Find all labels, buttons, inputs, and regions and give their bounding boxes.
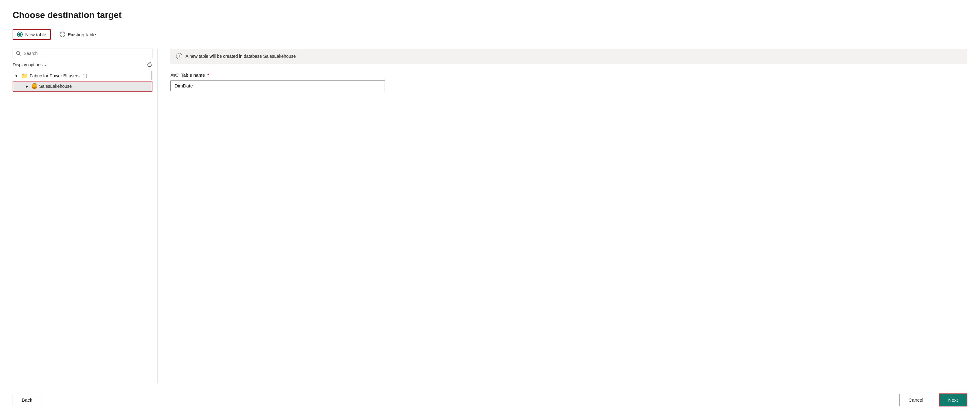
left-panel: Display options ⌄ ▼ 📁 Fabric for Power B… xyxy=(13,49,158,384)
table-name-label-row: AᴪC Table name * xyxy=(170,73,967,78)
workspace-name: Fabric for Power BI users xyxy=(30,73,80,78)
search-icon xyxy=(16,51,21,56)
saleslakehouse-name: SalesLakehouse xyxy=(39,84,72,89)
abc-icon: AᴪC xyxy=(170,73,178,78)
right-panel: i A new table will be created in databas… xyxy=(158,49,967,384)
scrollbar[interactable] xyxy=(151,71,153,80)
cancel-button[interactable]: Cancel xyxy=(899,394,932,406)
info-message: A new table will be created in database … xyxy=(186,54,296,59)
display-options-row: Display options ⌄ xyxy=(13,62,153,67)
svg-point-4 xyxy=(32,87,37,89)
lakehouse-icon xyxy=(32,83,37,90)
existing-table-label: Existing table xyxy=(68,32,96,37)
required-indicator: * xyxy=(207,73,209,78)
saleslakehouse-item[interactable]: ▶ SalesLakehouse xyxy=(13,81,153,91)
table-name-label: Table name xyxy=(181,73,205,78)
info-icon: i xyxy=(176,53,182,59)
display-options-label: Display options xyxy=(13,62,43,67)
collapse-arrow[interactable]: ▼ xyxy=(14,73,19,78)
folder-icon: 📁 xyxy=(21,72,28,79)
workspace-item[interactable]: ▼ 📁 Fabric for Power BI users [1] xyxy=(13,71,153,81)
expand-arrow[interactable]: ▶ xyxy=(25,84,30,89)
new-table-label: New table xyxy=(25,32,46,37)
chevron-down-icon: ⌄ xyxy=(44,63,47,67)
existing-table-option[interactable]: Existing table xyxy=(60,32,96,37)
right-footer-buttons: Cancel Next xyxy=(899,393,967,406)
page-title: Choose destination target xyxy=(13,10,967,20)
next-button[interactable]: Next xyxy=(939,393,967,406)
radio-group: New table Existing table xyxy=(13,29,967,40)
back-button[interactable]: Back xyxy=(13,394,41,406)
workspace-badge: [1] xyxy=(83,74,87,78)
search-input[interactable] xyxy=(24,51,149,56)
new-table-radio[interactable] xyxy=(17,32,23,37)
table-name-section: AᴪC Table name * xyxy=(170,73,967,91)
footer-buttons: Back Cancel Next xyxy=(13,384,967,406)
display-options-button[interactable]: Display options ⌄ xyxy=(13,62,47,67)
main-content: Display options ⌄ ▼ 📁 Fabric for Power B… xyxy=(13,49,967,384)
info-banner: i A new table will be created in databas… xyxy=(170,49,967,64)
refresh-button[interactable] xyxy=(147,62,153,67)
tree-view: ▼ 📁 Fabric for Power BI users [1] ▶ Sale… xyxy=(13,71,153,384)
refresh-icon xyxy=(147,62,153,67)
svg-line-1 xyxy=(19,54,21,56)
existing-table-radio[interactable] xyxy=(60,32,65,37)
new-table-option[interactable]: New table xyxy=(13,29,51,40)
table-name-input[interactable] xyxy=(170,80,385,91)
svg-rect-5 xyxy=(32,84,37,86)
search-box[interactable] xyxy=(13,49,153,58)
